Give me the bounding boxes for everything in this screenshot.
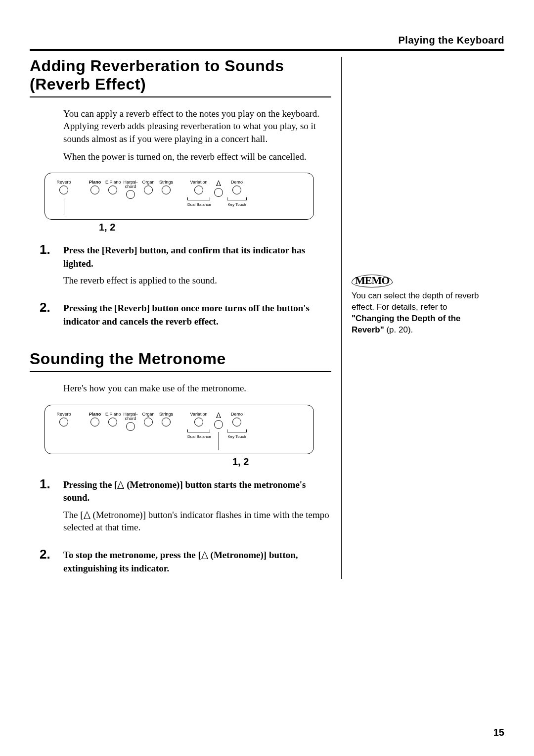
reverb-button-icon: [59, 186, 68, 194]
section-rule: [30, 371, 331, 372]
running-head: Playing the Keyboard: [30, 35, 504, 46]
step-number: 1: [30, 476, 59, 492]
step-number: 1: [30, 242, 59, 257]
memo-box: MEMO You can select the depth of reverb …: [352, 275, 490, 336]
piano-button-icon: [90, 418, 99, 426]
reverb-button-icon: [59, 418, 68, 426]
panel-label-epiano: E.Piano: [105, 180, 120, 185]
memo-label: MEMO: [352, 275, 393, 287]
reverb-step1-lead: Press the [Reverb] button, and confirm t…: [63, 244, 331, 270]
panel-label-variation: Variation: [187, 412, 210, 417]
panel-label-demo: Demo: [227, 180, 247, 185]
section-title-reverb: Adding Reverberation to Sounds (Reverb E…: [30, 57, 331, 94]
section-rule: [30, 96, 331, 97]
metronome-icon: [216, 412, 221, 418]
panel-label-harpsi: Harpsi-chord: [123, 180, 138, 189]
harpsi-button-icon: [126, 190, 135, 199]
demo-button-icon: [232, 186, 241, 194]
panel-label-variation: Variation: [187, 180, 210, 185]
metronome-button-icon: [214, 420, 223, 429]
metronome-button-icon: [214, 188, 223, 197]
panel-label-dual-balance: Dual Balance: [187, 434, 210, 439]
panel-label-reverb: Reverb: [54, 180, 74, 185]
step-number: 2: [30, 300, 59, 315]
panel-label-dual-balance: Dual Balance: [187, 202, 210, 207]
panel-label-strings: Strings: [159, 412, 174, 417]
harpsi-button-icon: [126, 422, 135, 431]
top-rule: [30, 49, 504, 51]
panel-label-key-touch: Key Touch: [227, 434, 247, 439]
memo-text: You can select the depth of reverb effec…: [352, 290, 490, 336]
section-title-metronome: Sounding the Metronome: [30, 350, 331, 368]
metronome-intro: Here's how you can make use of the metro…: [63, 382, 331, 395]
panel-diagram-metronome: Reverb Piano E.Piano Harpsi-chord Organ …: [44, 405, 314, 468]
metronome-icon: [117, 481, 124, 489]
piano-button-icon: [90, 186, 99, 194]
strings-button-icon: [162, 418, 171, 426]
organ-button-icon: [144, 186, 153, 194]
callout-steps-metronome: 1, 2: [232, 456, 314, 468]
panel-label-organ: Organ: [141, 412, 156, 417]
reverb-step2-lead: Pressing the [Reverb] button once more t…: [63, 302, 331, 328]
panel-label-reverb: Reverb: [54, 412, 74, 417]
epiano-button-icon: [108, 418, 117, 426]
step-number: 2: [30, 547, 59, 562]
metronome-step1-lead: Pressing the [ (Metronome)] button start…: [63, 478, 331, 505]
panel-label-piano: Piano: [88, 180, 102, 185]
panel-label-organ: Organ: [141, 180, 156, 185]
callout-steps-reverb: 1, 2: [99, 222, 314, 233]
panel-label-harpsi: Harpsi-chord: [123, 412, 138, 421]
panel-label-piano: Piano: [88, 412, 102, 417]
reverb-intro-2: When the power is turned on, the reverb …: [63, 150, 331, 163]
variation-button-icon: [194, 418, 203, 426]
reverb-intro-1: You can apply a reverb effect to the not…: [63, 107, 331, 145]
demo-button-icon: [232, 418, 241, 426]
metronome-icon: [216, 180, 221, 186]
panel-label-demo: Demo: [227, 412, 247, 417]
metronome-step1-sub: The [ (Metronome)] button's indicator fl…: [63, 509, 331, 534]
page-number: 15: [493, 727, 504, 738]
panel-label-epiano: E.Piano: [105, 412, 120, 417]
metronome-step2-lead: To stop the metronome, press the [ (Metr…: [63, 549, 331, 575]
panel-label-key-touch: Key Touch: [227, 202, 247, 207]
reverb-step1-sub: The reverb effect is applied to the soun…: [63, 274, 331, 287]
panel-label-strings: Strings: [159, 180, 174, 185]
strings-button-icon: [162, 186, 171, 194]
metronome-icon: [201, 551, 208, 559]
variation-button-icon: [194, 186, 203, 194]
epiano-button-icon: [108, 186, 117, 194]
organ-button-icon: [144, 418, 153, 426]
panel-diagram-reverb: Reverb Piano E.Piano Harpsi-chord Organ …: [44, 173, 314, 233]
metronome-icon: [84, 511, 90, 519]
